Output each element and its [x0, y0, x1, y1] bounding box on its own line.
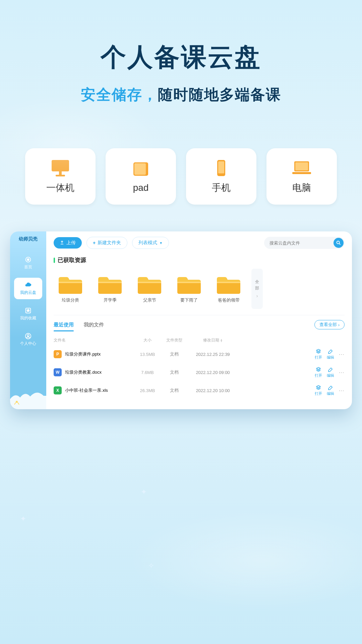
folder-icon	[136, 274, 163, 295]
file-size: 26.3MB	[134, 388, 161, 393]
folder-icon	[216, 274, 242, 295]
sidebar-clouds	[10, 386, 46, 409]
folder-name: 开学季	[104, 297, 117, 303]
plus-icon: +	[93, 240, 96, 246]
sort-icon[interactable]: ▲▼	[220, 339, 223, 342]
cloud-icon	[24, 281, 32, 289]
chevron-down-icon: ▼	[159, 241, 163, 245]
sidebar-item-favorites[interactable]: 我的收藏	[14, 303, 42, 325]
search-icon	[336, 240, 341, 246]
sidebar-item-label: 我的收藏	[20, 315, 36, 321]
chevron-right-icon: ›	[338, 322, 340, 327]
file-table: 文件名 大小 文件类型 修改日期▲▼ P垃圾分类课件.pptx13.5MB文档2…	[54, 335, 345, 399]
folder-name: 垃圾分类	[62, 297, 79, 303]
folder-icon	[57, 274, 83, 295]
more-action[interactable]: ···	[339, 388, 345, 393]
more-action[interactable]: ···	[339, 352, 345, 357]
folder-item[interactable]: 父亲节	[133, 274, 166, 303]
app-window: 幼师贝壳 首页 我的云盘 我的收藏 个人中心 上传 + 新建文件夹	[10, 231, 352, 409]
file-name: 垃圾分类教案.docx	[65, 369, 102, 375]
search-button[interactable]	[334, 238, 344, 248]
search-input[interactable]	[264, 237, 345, 249]
hero-title: 个人备课云盘	[0, 40, 362, 75]
folder-item[interactable]: 开学季	[93, 274, 127, 303]
device-card-laptop: 电脑	[266, 148, 337, 205]
file-date: 2022.12.20 09:00	[188, 370, 238, 375]
svg-point-11	[27, 259, 29, 261]
folder-name: 爸爸的领带	[218, 297, 240, 303]
sidebar-item-profile[interactable]: 个人中心	[14, 329, 42, 350]
folder-item[interactable]: 要下雨了	[172, 274, 206, 303]
table-row: P垃圾分类课件.pptx13.5MB文档2022.12.25 22:39打开编辑…	[54, 345, 345, 363]
app-logo: 幼师贝壳	[19, 236, 38, 242]
sidebar: 幼师贝壳 首页 我的云盘 我的收藏 个人中心	[10, 231, 46, 409]
open-action[interactable]: 打开	[315, 385, 322, 396]
file-name: 小中班-社会亲一亲.xls	[65, 387, 108, 393]
file-size: 7.6MB	[134, 370, 161, 375]
svg-rect-8	[295, 162, 308, 170]
file-type: 文档	[161, 351, 188, 357]
file-date: 2022.12.25 22:39	[188, 352, 238, 357]
new-folder-button[interactable]: + 新建文件夹	[86, 237, 127, 249]
folder-item[interactable]: 垃圾分类	[54, 274, 87, 303]
edit-action[interactable]: 编辑	[327, 385, 334, 396]
svg-point-14	[27, 334, 29, 336]
svg-point-15	[16, 401, 18, 403]
folders-row: 垃圾分类开学季父亲节要下雨了爸爸的领带 全 部 ›	[54, 269, 345, 309]
edit-action[interactable]: 编辑	[327, 367, 334, 378]
open-action[interactable]: 打开	[315, 348, 322, 360]
device-label: 手机	[212, 181, 231, 194]
home-icon	[24, 256, 32, 263]
file-type-icon: P	[54, 350, 62, 358]
table-row: W垃圾分类教案.docx7.6MB文档2022.12.20 09:00打开编辑·…	[54, 363, 345, 381]
table-row: X小中班-社会亲一亲.xls26.3MB文档2022.12.20 10:00打开…	[54, 381, 345, 399]
file-type: 文档	[161, 387, 188, 393]
file-type-icon: W	[54, 368, 62, 376]
resources-title: 已获取资源	[54, 256, 345, 264]
edit-action[interactable]: 编辑	[327, 348, 334, 360]
folder-icon	[176, 274, 202, 295]
sidebar-item-label: 首页	[24, 264, 32, 270]
svg-rect-6	[218, 161, 224, 173]
laptop-icon	[291, 159, 312, 177]
upload-icon	[60, 240, 64, 246]
tab-recent[interactable]: 最近使用	[54, 320, 74, 329]
sidebar-item-home[interactable]: 首页	[14, 252, 42, 274]
sidebar-item-label: 个人中心	[20, 341, 36, 346]
toolbar: 上传 + 新建文件夹 列表模式 ▼	[54, 237, 345, 249]
show-all-button[interactable]: 全 部 ›	[251, 269, 263, 309]
folder-icon	[97, 274, 123, 295]
chevron-right-icon: ›	[256, 293, 258, 299]
device-card-phone: 手机	[186, 148, 256, 205]
folder-item[interactable]: 爸爸的领带	[212, 274, 245, 303]
table-header: 文件名 大小 文件类型 修改日期▲▼	[54, 335, 345, 345]
folder-name: 要下雨了	[180, 297, 198, 303]
more-action[interactable]: ···	[339, 370, 345, 375]
device-label: 电脑	[292, 181, 311, 194]
phone-icon	[210, 159, 232, 177]
folder-name: 父亲节	[143, 297, 156, 303]
file-type-icon: X	[54, 386, 62, 394]
file-size: 13.5MB	[134, 352, 161, 357]
file-tabs: 最近使用 我的文件 查看全部 ›	[54, 320, 345, 329]
tab-my-files[interactable]: 我的文件	[84, 320, 104, 329]
view-all-button[interactable]: 查看全部 ›	[314, 320, 345, 329]
user-icon	[24, 332, 32, 340]
view-mode-button[interactable]: 列表模式 ▼	[132, 237, 169, 249]
file-name: 垃圾分类课件.pptx	[65, 351, 101, 357]
file-date: 2022.12.20 10:00	[188, 388, 238, 393]
device-label: pad	[133, 182, 149, 193]
sidebar-item-cloud[interactable]: 我的云盘	[14, 278, 42, 299]
svg-rect-9	[292, 172, 311, 174]
file-type: 文档	[161, 369, 188, 375]
main-panel: 上传 + 新建文件夹 列表模式 ▼ 已获取资源 垃圾分类开学季父亲节要下雨了爸爸…	[46, 231, 352, 409]
upload-button[interactable]: 上传	[54, 237, 82, 249]
open-action[interactable]: 打开	[315, 367, 322, 378]
search-wrap	[264, 237, 345, 249]
sidebar-item-label: 我的云盘	[20, 290, 36, 296]
svg-point-16	[337, 241, 340, 244]
star-icon	[24, 307, 32, 314]
